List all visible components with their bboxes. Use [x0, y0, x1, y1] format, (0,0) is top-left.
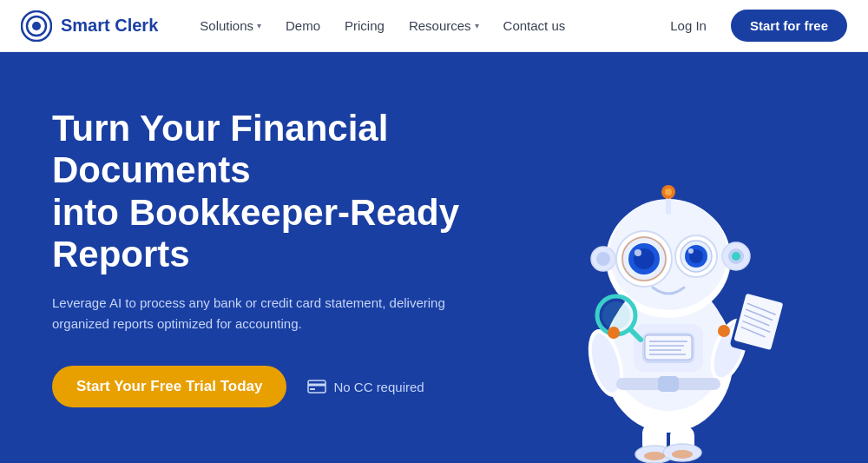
- nav-demo[interactable]: Demo: [286, 18, 320, 33]
- login-button[interactable]: Log In: [660, 11, 717, 40]
- hero-subtext: Leverage AI to process any bank or credi…: [52, 293, 503, 334]
- svg-point-59: [718, 325, 730, 337]
- nav-links: Solutions ▾ Demo Pricing Resources ▾ Con…: [200, 18, 632, 33]
- chevron-down-icon: ▾: [475, 21, 479, 30]
- hero-heading: Turn Your Financial Documents into Bookk…: [52, 108, 573, 275]
- nav-pricing[interactable]: Pricing: [345, 18, 385, 33]
- nav-actions: Log In Start for free: [660, 10, 847, 42]
- svg-point-35: [732, 252, 740, 261]
- svg-rect-5: [310, 388, 315, 390]
- trial-button[interactable]: Start Your Free Trial Today: [52, 366, 286, 407]
- svg-point-24: [635, 249, 641, 256]
- svg-point-50: [602, 301, 630, 329]
- hero-section: Turn Your Financial Documents into Bookk…: [0, 52, 868, 463]
- svg-point-56: [644, 452, 665, 460]
- svg-rect-4: [308, 384, 326, 387]
- nav-contact[interactable]: Contact us: [503, 18, 566, 33]
- svg-rect-61: [658, 376, 679, 392]
- credit-card-icon: [307, 380, 326, 394]
- navbar: Smart Clerk Solutions ▾ Demo Pricing Res…: [0, 0, 868, 52]
- svg-rect-3: [308, 380, 326, 393]
- hero-content: Turn Your Financial Documents into Bookk…: [52, 108, 573, 407]
- svg-rect-10: [645, 335, 692, 360]
- nav-solutions[interactable]: Solutions ▾: [200, 18, 261, 33]
- start-free-button[interactable]: Start for free: [731, 10, 847, 42]
- svg-point-32: [596, 252, 610, 266]
- logo-icon: [21, 10, 52, 42]
- hero-cta-row: Start Your Free Trial Today No CC requir…: [52, 366, 573, 407]
- svg-point-30: [688, 248, 694, 254]
- svg-point-19: [665, 189, 672, 195]
- no-cc-badge: No CC required: [307, 380, 424, 394]
- svg-point-58: [608, 327, 620, 339]
- svg-point-2: [32, 22, 41, 30]
- nav-resources[interactable]: Resources ▾: [409, 18, 479, 33]
- logo-link[interactable]: Smart Clerk: [21, 10, 158, 42]
- chevron-down-icon: ▾: [257, 21, 261, 30]
- brand-name: Smart Clerk: [61, 16, 158, 36]
- svg-point-57: [672, 450, 693, 459]
